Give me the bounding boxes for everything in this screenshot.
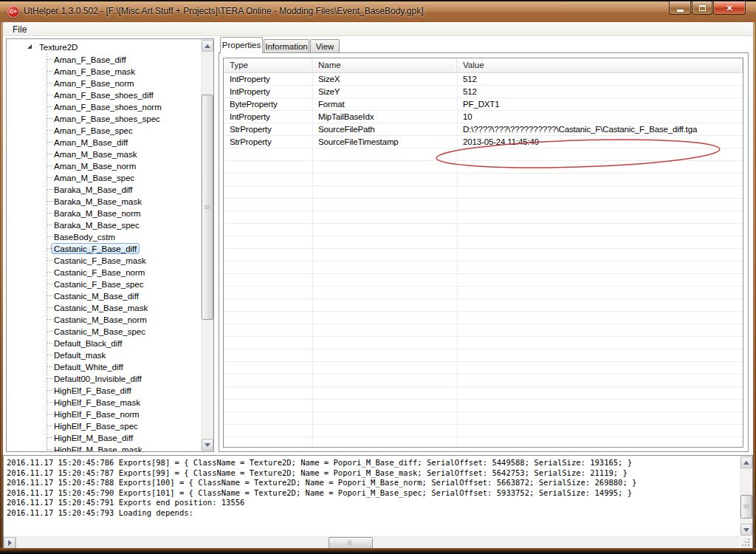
tree-item-label: Baraka_M_Base_diff <box>51 184 136 195</box>
tree-root-label: Texture2D <box>39 41 78 53</box>
tree-item[interactable]: Default_White_diff <box>7 360 200 372</box>
tree-item[interactable]: HighElf_M_Base_diff <box>7 431 200 443</box>
table-row[interactable]: StrProperty SourceFilePath D:\????\???\?… <box>224 123 743 136</box>
tree-item[interactable]: Castanic_F_Base_norm <box>7 266 200 278</box>
tree-item[interactable]: Default_Black_diff <box>7 337 200 349</box>
scroll-right-button[interactable] <box>4 537 16 549</box>
table-row[interactable]: StrProperty SourceFileTimestamp 2013-05-… <box>224 136 743 148</box>
tree-item[interactable]: Castanic_M_Base_spec <box>7 325 200 337</box>
maximize-button[interactable] <box>692 1 712 15</box>
log-scrollbar-thumb[interactable] <box>740 495 752 519</box>
tree-item[interactable]: Castanic_F_Base_mask <box>7 254 200 266</box>
tree-item[interactable]: HighElf_F_Base_spec <box>7 420 200 431</box>
cell-type: IntProperty <box>224 111 312 123</box>
scroll-down-button[interactable] <box>202 439 213 451</box>
tree-item[interactable]: Default_mask <box>7 349 200 360</box>
log-hscrollbar-thumb[interactable] <box>329 537 373 549</box>
tree-item[interactable]: Castanic_F_Base_spec <box>7 278 200 290</box>
cell-value: 512 <box>457 86 743 98</box>
log-line: 2016.11.17 15:20:45:790 Exports[101] = {… <box>7 488 738 499</box>
cell-name: SourceFilePath <box>312 123 457 136</box>
tree-item[interactable]: Aman_F_Base_diff <box>7 53 200 65</box>
column-header-name[interactable]: Name <box>312 58 457 72</box>
window-bottom-frame <box>0 548 756 554</box>
close-icon: ✕ <box>726 2 732 14</box>
close-button[interactable]: ✕ <box>713 1 746 15</box>
tree-item-label: Aman_F_Base_shoes_diff <box>51 89 157 100</box>
tree-item[interactable]: Baraka_M_Base_mask <box>7 195 200 207</box>
tree-item[interactable]: Castanic_M_Base_norm <box>7 313 200 325</box>
table-row[interactable]: IntProperty SizeX 512 <box>224 73 743 86</box>
tab-information[interactable]: Information <box>264 39 309 53</box>
tree-item[interactable]: Baraka_M_Base_spec <box>7 219 200 230</box>
cell-type: StrProperty <box>224 136 312 148</box>
minimize-button[interactable] <box>669 1 691 15</box>
tree-item-label: HighElf_F_Base_norm <box>51 408 142 420</box>
scroll-down-button[interactable] <box>740 524 752 536</box>
tree-item[interactable]: BaseBody_cstm <box>7 230 200 242</box>
tree-item[interactable]: Aman_M_Base_mask <box>7 148 200 160</box>
scroll-up-button[interactable] <box>740 456 752 468</box>
cell-name: SourceFileTimestamp <box>312 136 457 148</box>
log-vertical-scrollbar[interactable] <box>740 456 752 536</box>
tree-item[interactable]: Aman_F_Base_shoes_diff <box>7 89 200 100</box>
column-header-type[interactable]: Type <box>224 58 312 72</box>
tree-item[interactable]: Castanic_F_Base_diff <box>7 242 200 254</box>
tree-item[interactable]: HighElf_F_Base_mask <box>7 396 200 408</box>
expand-collapse-icon[interactable] <box>27 44 32 49</box>
table-header: Type Name Value <box>224 58 743 73</box>
tree-item[interactable]: Aman_M_Base_spec <box>7 171 200 183</box>
tree-item-label: BaseBody_cstm <box>51 231 118 242</box>
tree-item[interactable]: Aman_F_Base_spec <box>7 124 200 136</box>
tree-item-label: Castanic_F_Base_norm <box>51 267 148 278</box>
column-header-value[interactable]: Value <box>457 58 743 72</box>
tree-item-label: Default_Black_diff <box>51 338 125 349</box>
log-output: 2016.11.17 15:20:45:786 Exports[98] = { … <box>7 458 738 534</box>
log-line: 2016.11.17 15:20:45:793 Loading depends: <box>7 508 738 519</box>
properties-panel: Properties Information View Type Name Va… <box>219 37 749 452</box>
arrow-down-icon <box>205 443 210 447</box>
grid-line-vertical <box>312 73 313 447</box>
tree-item-label: Castanic_M_Base_spec <box>51 326 148 337</box>
cell-name: SizeY <box>312 86 457 98</box>
tree-item[interactable]: Aman_F_Base_shoes_spec <box>7 112 200 124</box>
tree-item[interactable]: Aman_F_Base_norm <box>7 77 200 89</box>
tree-item-label: Aman_F_Base_shoes_norm <box>51 101 165 112</box>
resize-grip[interactable] <box>740 537 752 548</box>
table-row[interactable]: ByteProperty Format PF_DXT1 <box>224 98 743 111</box>
tab-view[interactable]: View <box>310 39 340 53</box>
table-row[interactable]: IntProperty MipTailBaseIdx 10 <box>224 111 743 123</box>
log-horizontal-scrollbar[interactable] <box>4 536 740 549</box>
menu-item-file[interactable]: File <box>7 23 32 37</box>
cell-value: 2013-05-24 11:45:49 <box>457 136 743 148</box>
tree-item[interactable]: Aman_F_Base_shoes_norm <box>7 100 200 112</box>
tree-item-label: Aman_M_Base_norm <box>51 160 139 171</box>
window-controls: ✕ <box>669 1 746 15</box>
tree-item-label: HighElf_F_Base_spec <box>51 420 141 431</box>
scroll-up-button[interactable] <box>202 40 213 52</box>
tree-item[interactable]: Default00_Invisible_diff <box>7 372 200 384</box>
tree-item[interactable]: Baraka_M_Base_diff <box>7 183 200 195</box>
arrow-up-icon <box>205 44 210 48</box>
table-row[interactable]: IntProperty SizeY 512 <box>224 86 743 98</box>
tree-item[interactable]: HighElf_F_Base_diff <box>7 384 200 396</box>
tree-item-label: Castanic_M_Base_diff <box>51 290 142 301</box>
tab-properties[interactable]: Properties <box>220 37 263 53</box>
tree-item[interactable]: Aman_M_Base_norm <box>7 160 200 171</box>
tree-item[interactable]: HighElf_F_Base_norm <box>7 408 200 420</box>
tree-item-label: Aman_F_Base_shoes_spec <box>51 113 163 124</box>
maximize-icon <box>699 5 706 11</box>
tree-item[interactable]: Baraka_M_Base_norm <box>7 207 200 219</box>
tree-item[interactable]: Aman_F_Base_mask <box>7 65 200 77</box>
tree-item-label: Aman_M_Base_spec <box>51 172 137 183</box>
tree-item-label: Baraka_M_Base_spec <box>51 219 142 230</box>
tree-item[interactable]: Aman_M_Base_diff <box>7 136 200 148</box>
tree-item[interactable]: Castanic_M_Base_diff <box>7 290 200 301</box>
tree-item[interactable]: Castanic_M_Base_mask <box>7 301 200 313</box>
tree-item[interactable]: HighElf_M_Base_mask <box>7 443 200 452</box>
tree-scrollbar-thumb[interactable] <box>202 95 213 320</box>
cell-type: StrProperty <box>224 123 312 136</box>
tree-scrollbar[interactable] <box>201 39 213 451</box>
tree-item-label: Aman_F_Base_spec <box>51 125 136 136</box>
table-body: IntProperty SizeX 512 IntProperty SizeY … <box>224 73 743 447</box>
